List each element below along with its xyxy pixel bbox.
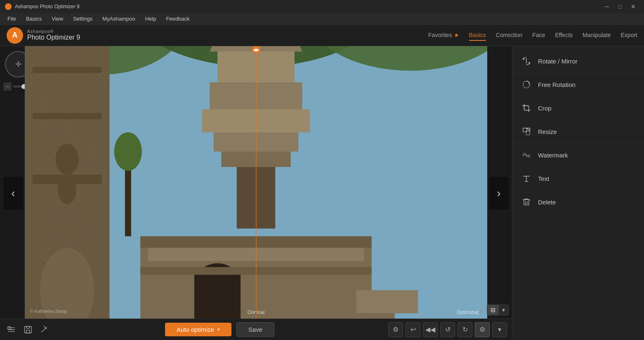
sidebar-label-delete: Delete (538, 199, 556, 206)
split-line[interactable]: ◀▶ (255, 46, 257, 319)
tab-correction[interactable]: Correction (496, 30, 523, 41)
sidebar-label-resize: Resize (538, 128, 557, 135)
menu-item-help[interactable]: Help (141, 15, 160, 23)
svg-rect-39 (25, 326, 32, 333)
sidebar-label-text: Text (538, 175, 550, 182)
window-controls[interactable]: ─ □ ✕ (601, 1, 639, 12)
bottom-right-tools: ⚙ ↩ ◀◀ ↺ ↻ ⚙ ▾ (388, 322, 507, 337)
close-button[interactable]: ✕ (627, 1, 639, 12)
brand-name-top: Ashampoo® (27, 29, 80, 34)
save-file-icon (24, 325, 33, 334)
sidebar-item-resize[interactable]: Resize (512, 120, 644, 143)
undo-button[interactable]: ↩ (406, 322, 420, 337)
sidebar: Rotate / Mirror Free Rotation (512, 46, 644, 340)
sidebar-item-free-rotation[interactable]: Free Rotation (512, 73, 644, 96)
maximize-button[interactable]: □ (614, 1, 626, 12)
prev-photo-button[interactable]: ‹ (3, 177, 23, 210)
free-rotation-icon (521, 79, 532, 90)
split-bar (256, 54, 257, 319)
nav-tabs: Favorites ★ Basics Correction Face Effec… (428, 30, 637, 41)
auto-optimize-label: Auto optimize (177, 326, 214, 333)
sidebar-label-watermark: Watermark (538, 152, 568, 159)
title-bar: Ashampoo Photo Optimizer 9 ─ □ ✕ (0, 0, 644, 13)
bottom-left-tools (5, 323, 51, 336)
menu-item-feedback[interactable]: Feedback (162, 15, 193, 23)
optimized-label: Optimized (457, 310, 479, 315)
brush-button[interactable] (38, 323, 51, 336)
save-file-button[interactable] (21, 323, 35, 336)
tab-favorites[interactable]: Favorites ★ (428, 30, 459, 41)
auto-optimize-button[interactable]: Auto optimize ▾ (165, 323, 231, 336)
svg-rect-28 (356, 290, 418, 313)
expand-icon[interactable]: ⤢ (478, 306, 484, 315)
text-icon (521, 173, 532, 184)
rotate-ccw-button[interactable]: ↺ (440, 322, 455, 337)
menu-item-file[interactable]: File (3, 15, 20, 23)
sidebar-label-rotate-mirror: Rotate / Mirror (538, 58, 578, 65)
tab-effects[interactable]: Effects (555, 30, 573, 41)
rotate-mirror-icon (521, 55, 532, 67)
minimize-button[interactable]: ─ (601, 1, 613, 12)
brush-icon (40, 325, 49, 334)
next-photo-button[interactable]: › (489, 177, 509, 210)
app-title: Ashampoo Photo Optimizer 9 (15, 4, 80, 9)
svg-rect-10 (33, 113, 102, 119)
title-bar-left: Ashampoo Photo Optimizer 9 (5, 3, 80, 10)
svg-point-30 (56, 144, 79, 175)
open-file-icon (7, 325, 16, 334)
crop-icon (521, 102, 532, 114)
rotate-cw-button[interactable]: ↻ (458, 322, 472, 337)
svg-point-31 (58, 176, 76, 204)
header: A Ashampoo® Photo Optimizer 9 Favorites … (0, 25, 644, 46)
resize-icon (521, 126, 532, 137)
tab-manipulate[interactable]: Manipulate (583, 30, 611, 41)
photo-original-panel: © Katharina Stang ◀▶ Original Optimized (25, 46, 487, 319)
canvas-bottom-bar: Auto optimize ▾ Save ⚙ ↩ ◀◀ ↺ ↻ ⚙ ▾ (0, 319, 512, 340)
menu-item-myashampoo[interactable]: MyAshampoo (98, 15, 139, 23)
svg-rect-27 (318, 313, 395, 319)
photo-watermark: © Katharina Stang (30, 309, 67, 314)
watermark-icon (521, 149, 532, 161)
sidebar-item-text[interactable]: Text (512, 167, 644, 190)
sidebar-label-free-rotation: Free Rotation (538, 81, 576, 88)
zoom-out-button[interactable]: − (3, 82, 12, 91)
menu-item-settings[interactable]: Settings (69, 15, 97, 23)
tab-face[interactable]: Face (532, 30, 545, 41)
toggle-dropdown-button[interactable]: ▾ (499, 305, 508, 315)
brand-text: Ashampoo® Photo Optimizer 9 (27, 29, 80, 41)
tab-basics[interactable]: Basics (469, 30, 486, 41)
sidebar-item-rotate-mirror[interactable]: Rotate / Mirror (512, 49, 644, 73)
photo-container: © Katharina Stang ◀▶ Original Optimized (25, 46, 487, 319)
svg-rect-22 (194, 275, 241, 319)
sidebar-item-crop[interactable]: Crop (512, 96, 644, 120)
menu-bar: FileBasicsViewSettingsMyAshampooHelpFeed… (0, 13, 644, 25)
svg-rect-9 (33, 67, 102, 73)
sidebar-label-crop: Crop (538, 105, 552, 112)
split-view-button[interactable]: ⊟ (487, 305, 499, 315)
brand: A Ashampoo® Photo Optimizer 9 (7, 27, 80, 44)
brand-name-bottom: Photo Optimizer 9 (27, 34, 80, 41)
settings-tool-button[interactable]: ⚙ (388, 322, 403, 337)
app-icon (5, 3, 12, 10)
collapse-button[interactable]: ▾ (492, 322, 507, 337)
menu-item-basics[interactable]: Basics (22, 15, 46, 23)
sidebar-item-delete[interactable]: Delete (512, 190, 644, 214)
main-area: ✛ − + ‹ (0, 46, 644, 340)
view-toggle[interactable]: ⊟ ▾ (487, 305, 509, 315)
auto-optimize-dropdown-arrow: ▾ (217, 327, 220, 332)
svg-point-33 (114, 132, 142, 171)
delete-icon (521, 196, 532, 208)
back-button[interactable]: ◀◀ (423, 322, 438, 337)
open-file-button[interactable] (5, 323, 18, 336)
canvas-area: ✛ − + ‹ (0, 46, 512, 340)
center-controls: Auto optimize ▾ Save (165, 322, 274, 337)
more-button[interactable]: ⚙ (475, 322, 490, 337)
tab-export[interactable]: Export (621, 30, 637, 41)
save-button[interactable]: Save (236, 322, 274, 337)
menu-item-view[interactable]: View (47, 15, 67, 23)
sidebar-item-watermark[interactable]: Watermark (512, 143, 644, 167)
brand-logo: A (7, 27, 23, 44)
